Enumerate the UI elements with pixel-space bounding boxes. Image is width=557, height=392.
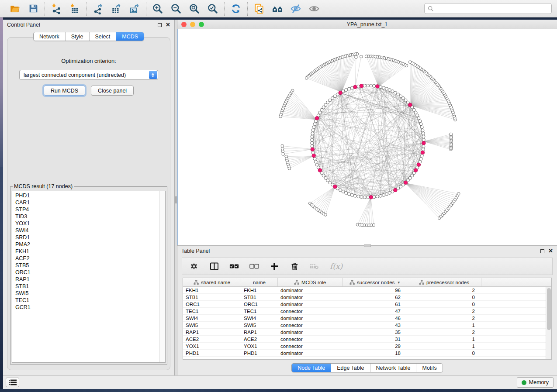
ring-node[interactable] — [311, 135, 314, 138]
column-header-shared-name[interactable]: shared name — [183, 278, 241, 286]
graphics-details-off-icon[interactable] — [290, 3, 301, 14]
table-row[interactable]: YOX1YOX1connector291 — [183, 343, 551, 350]
column-header-MCDS-role[interactable]: MCDS role — [278, 278, 343, 286]
task-history-button[interactable] — [6, 378, 19, 387]
ring-node[interactable] — [376, 195, 379, 198]
mcds-result-item[interactable]: CAR1 — [15, 199, 165, 206]
ring-node[interactable] — [339, 189, 342, 192]
ring-node[interactable] — [311, 129, 315, 132]
ring-node[interactable] — [314, 160, 317, 163]
tab-mcds[interactable]: MCDS — [116, 32, 144, 41]
scrollbar-thumb[interactable] — [547, 288, 551, 330]
table-row[interactable]: STB1STB1dominator620 — [183, 294, 551, 301]
mcds-hub-node[interactable] — [311, 148, 314, 151]
satellite-node[interactable] — [281, 144, 284, 148]
mcds-result-item[interactable]: ACE2 — [15, 255, 165, 262]
ring-node[interactable] — [367, 84, 370, 87]
delete-column-icon[interactable] — [290, 261, 299, 271]
mcds-result-item[interactable]: PMA2 — [15, 241, 165, 248]
tab-network[interactable]: Network — [34, 32, 65, 41]
column-header-successor-nodes[interactable]: successor nodes▾ — [343, 278, 407, 286]
ring-node[interactable] — [370, 84, 373, 87]
satellite-node[interactable] — [324, 213, 327, 217]
column-header-name[interactable]: name — [241, 278, 278, 286]
satellite-node[interactable] — [457, 193, 460, 196]
ring-node[interactable] — [357, 85, 360, 88]
memory-button[interactable]: Memory — [517, 377, 554, 388]
ring-node[interactable] — [422, 148, 425, 151]
ring-node[interactable] — [367, 196, 370, 199]
zoom-in-icon[interactable] — [152, 3, 163, 14]
tab-style[interactable]: Style — [65, 32, 89, 41]
splitter-handle-icon[interactable] — [175, 196, 177, 203]
satellite-node[interactable] — [450, 133, 453, 136]
close-icon[interactable]: ✕ — [548, 249, 553, 253]
mcds-result-item[interactable]: STB1 — [15, 283, 165, 290]
ring-node[interactable] — [382, 86, 385, 89]
ring-node[interactable] — [422, 132, 425, 135]
ring-node[interactable] — [379, 194, 382, 197]
window-close-icon[interactable] — [181, 22, 187, 27]
table-row[interactable]: TEC1TEC1connector472 — [183, 308, 551, 315]
table-row[interactable]: SWI4SWI4dominator462 — [183, 315, 551, 322]
ring-node[interactable] — [342, 190, 345, 193]
table-scrollbar[interactable] — [546, 287, 551, 359]
graphics-details-on-icon[interactable] — [308, 3, 320, 14]
ring-node[interactable] — [345, 89, 348, 92]
ring-node[interactable] — [373, 196, 376, 199]
ring-node[interactable] — [373, 84, 376, 87]
zoom-selected-icon[interactable] — [207, 3, 218, 14]
select-all-checkboxes-icon[interactable] — [229, 261, 239, 271]
close-panel-button[interactable]: Close panel — [91, 86, 134, 96]
ring-node[interactable] — [420, 154, 423, 157]
ring-node[interactable] — [385, 193, 388, 196]
ring-node[interactable] — [363, 196, 366, 199]
ring-node[interactable] — [420, 126, 423, 129]
table-row[interactable]: ORC1ORC1dominator610 — [183, 301, 551, 308]
settings-gear-icon[interactable] — [189, 261, 199, 271]
ring-node[interactable] — [311, 141, 314, 144]
ring-node[interactable] — [350, 86, 353, 89]
ring-node[interactable] — [416, 114, 419, 117]
ring-node[interactable] — [312, 126, 315, 129]
window-minimize-icon[interactable] — [190, 22, 195, 27]
table-tab-edge-table[interactable]: Edge Table — [331, 364, 370, 372]
run-mcds-button[interactable]: Run MCDS — [44, 86, 85, 96]
mcds-hub-node[interactable] — [417, 163, 420, 166]
mcds-result-item[interactable]: STP4 — [15, 206, 165, 213]
deselect-all-checkboxes-icon[interactable] — [249, 261, 259, 271]
ring-node[interactable] — [363, 84, 366, 87]
mcds-result-list[interactable]: PHD1CAR1STP4TID3YOX1SWI4SRD1PMA2FKH1ACE2… — [12, 191, 166, 363]
ring-node[interactable] — [348, 87, 351, 90]
criterion-dropdown[interactable]: largest connected component (undirected) — [19, 70, 158, 80]
satellite-node[interactable] — [281, 147, 284, 150]
mcds-result-item[interactable]: FKH1 — [15, 248, 165, 255]
save-icon[interactable] — [28, 3, 39, 14]
tab-select[interactable]: Select — [89, 32, 116, 41]
ring-node[interactable] — [422, 145, 425, 148]
satellite-node[interactable] — [365, 55, 368, 58]
mcds-hub-node[interactable] — [315, 117, 319, 120]
zoom-fit-icon[interactable] — [189, 3, 200, 14]
ring-node[interactable] — [419, 157, 422, 160]
mcds-result-item[interactable]: SWI5 — [15, 290, 165, 297]
mcds-result-item[interactable]: YOX1 — [15, 220, 165, 227]
mcds-hub-node[interactable] — [353, 85, 357, 89]
mcds-hub-node[interactable] — [404, 181, 408, 184]
mcds-hub-node[interactable] — [360, 84, 363, 88]
ring-node[interactable] — [311, 138, 314, 141]
window-maximize-icon[interactable] — [199, 22, 204, 27]
import-table-icon[interactable] — [69, 3, 80, 14]
ring-node[interactable] — [311, 151, 315, 154]
satellite-node[interactable] — [408, 61, 412, 64]
ring-node[interactable] — [391, 90, 394, 93]
network-search-box[interactable] — [424, 3, 552, 14]
mcds-result-item[interactable]: SRD1 — [15, 234, 165, 241]
add-column-icon[interactable] — [270, 261, 279, 271]
mcds-hub-node[interactable] — [312, 154, 315, 157]
table-tab-motifs[interactable]: Motifs — [416, 364, 442, 372]
export-network-icon[interactable] — [92, 3, 104, 14]
zoom-out-icon[interactable] — [170, 3, 182, 14]
mcds-result-item[interactable]: TID3 — [15, 213, 165, 220]
table-row[interactable]: RAP1RAP1dominator352 — [183, 329, 551, 336]
